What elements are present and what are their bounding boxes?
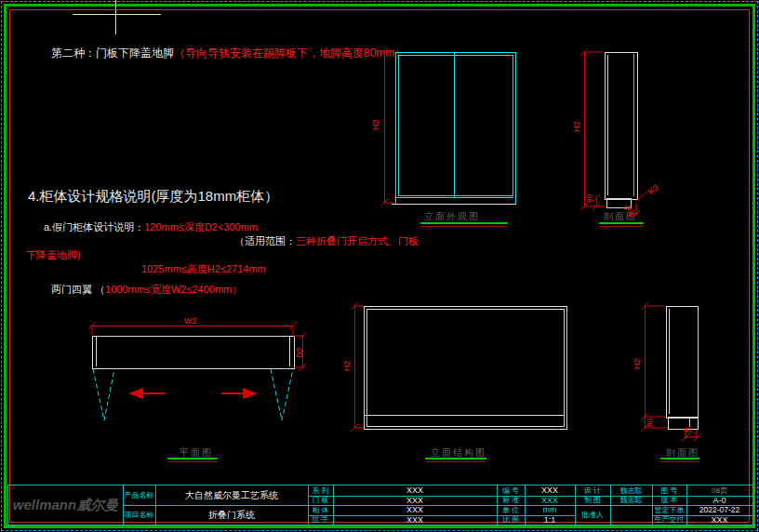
designer-value: 魏志聪 xyxy=(610,485,652,496)
height-range-note: 1025mm≤高度H2≤2714mm xyxy=(141,262,266,276)
company-logo: wellmann威尔曼 xyxy=(8,485,123,525)
front-view-h2-dimline xyxy=(384,52,385,203)
front-view-plinth-line xyxy=(396,197,513,198)
approver-label: 批准人 xyxy=(575,505,610,525)
scope-note-line2: 下降盖地脚) xyxy=(26,248,81,262)
revision-label: 版 本 xyxy=(652,496,686,506)
plan-w2-dimlabel: W2 xyxy=(184,316,197,326)
plan-d2-dimlabel: D2 xyxy=(295,347,304,358)
section-top-inner-line xyxy=(607,55,608,195)
section-title: 4.柜体设计规格说明(厚度为18mm柜体） xyxy=(28,188,278,206)
section-top-h2-dimlabel: H2 xyxy=(572,121,581,132)
plan-top-panel-outline xyxy=(92,336,295,369)
front-view-h2-dimlabel: H2 xyxy=(371,119,380,130)
plan-right-edge-line xyxy=(289,337,290,366)
sheet-number-value: 08页 xyxy=(686,485,752,496)
crosshair-cursor-vertical xyxy=(115,0,116,34)
order-date-label: 暂定下单 xyxy=(652,505,686,515)
section-bottom-inner-line xyxy=(669,309,670,414)
section-top-door-line xyxy=(633,54,634,196)
front-view-underline xyxy=(420,222,508,224)
elevation-inner-outline xyxy=(366,309,565,427)
elevation-view-underline xyxy=(425,458,486,459)
section-bottom-h2-dimline xyxy=(645,306,646,428)
designer-label: 设 计 xyxy=(575,485,610,496)
revision-value: A-0 xyxy=(686,496,752,506)
section-bottom-40-dimlabel: 40 xyxy=(684,426,692,434)
section-bottom-underline2 xyxy=(660,461,699,462)
handle-value: XXX xyxy=(333,515,497,525)
scope-note: （适用范围：三种折叠门开启方式、门板 xyxy=(234,234,419,248)
unit-label: 单 位 xyxy=(497,505,525,515)
order-date-value: 2022-07-22 xyxy=(686,505,752,515)
scope-label: （适用范围： xyxy=(234,235,296,246)
handle-label: 拉 手 xyxy=(308,515,333,525)
cabinet-body-value: XXX xyxy=(333,505,497,515)
approver-value xyxy=(610,505,652,525)
front-view-baseline xyxy=(392,204,516,205)
series-value: XXX xyxy=(333,485,497,496)
section-bottom-underline xyxy=(660,458,699,459)
section-top-h2-dimline xyxy=(584,52,585,206)
front-view-door-divider xyxy=(454,53,455,197)
unit-value: mm xyxy=(525,505,575,515)
delivery-value: XXX xyxy=(686,515,752,525)
product-name-label: 产品名称 xyxy=(123,485,155,505)
standard-label: 标 准 xyxy=(497,496,525,506)
section-top-80-dimline xyxy=(596,198,597,206)
section-top-label: 剖面图 xyxy=(604,210,637,223)
front-view-underline2 xyxy=(420,226,508,227)
note-a: a.假门柜体设计说明：120mm≤深度D2<300mm xyxy=(44,220,258,234)
scale-label: 比 例 xyxy=(497,515,525,525)
front-view-label: 立面外观图 xyxy=(424,210,480,223)
delivery-label: 生产交付 xyxy=(652,515,686,525)
project-name-value: 折叠门系统 xyxy=(155,505,308,525)
title-block: wellmann威尔曼 产品名称 大自然威尔曼工艺系统 项目名称 折叠门系统 系… xyxy=(7,485,753,525)
note-a-label: a.假门柜体设计说明： xyxy=(44,221,144,233)
door-panel-label: 门 板 xyxy=(308,496,333,506)
note-a-depth-range: 120mm≤深度D2<300mm xyxy=(144,221,258,233)
drafter-value: 魏志聪 xyxy=(610,496,652,506)
project-name-label: 项目名称 xyxy=(123,505,155,525)
cabinet-body-label: 柜 体 xyxy=(308,505,333,515)
section-top-80-dimlabel: 80 xyxy=(585,194,593,203)
doors-label: 两门四翼 （ xyxy=(51,284,105,295)
product-name-value: 大自然威尔曼工艺系统 xyxy=(155,485,308,505)
sheet-number-label: 图 号 xyxy=(652,485,686,496)
section-top-underline xyxy=(599,222,644,224)
note-foot-type-detail: （导向导轨安装在踢脚板下，地脚高度80mm） xyxy=(174,47,406,60)
section-bottom-80-dimlabel: 80 xyxy=(646,419,654,427)
doors-width-range: 1000mm≤宽度W2≤2400mm） xyxy=(105,284,242,295)
elevation-h2-dimlabel: H2 xyxy=(342,360,352,371)
doors-note: 两门四翼 （1000mm≤宽度W2≤2400mm） xyxy=(51,283,242,297)
drafter-label: 制 图 xyxy=(575,496,610,506)
door-panel-value: XXX xyxy=(333,496,497,506)
scale-value: 1:1 xyxy=(525,515,575,525)
elevation-view-underline2 xyxy=(425,461,486,462)
elevation-plinth-line xyxy=(365,415,565,416)
crosshair-cursor-horizontal xyxy=(73,14,161,15)
section-top-underline2 xyxy=(599,226,644,227)
red-frame-border xyxy=(9,9,750,523)
scope-value: 三种折叠门开启方式、门板 xyxy=(296,235,419,246)
note-foot-type-main: 第二种：门板下降盖地脚 xyxy=(51,47,174,60)
drawing-number-label: 编 号 xyxy=(497,485,525,496)
elevation-h2-dimline xyxy=(354,306,355,428)
standard-value: XXX xyxy=(525,496,575,506)
plan-view-underline xyxy=(167,458,218,459)
section-bottom-body-outline xyxy=(666,306,699,419)
plan-view-underline2 xyxy=(167,461,218,462)
cad-canvas[interactable]: { "annotations": { "note1_white": "第二种：门… xyxy=(0,0,759,532)
plan-w2-dimline xyxy=(92,326,293,326)
front-view-inner-outline xyxy=(398,55,513,196)
series-label: 系 列 xyxy=(308,485,333,496)
section-bottom-h2-dimlabel: H2 xyxy=(632,358,642,369)
plan-left-edge-line xyxy=(96,337,97,366)
drawing-number-value: XXX xyxy=(525,485,575,496)
note-foot-type: 第二种：门板下降盖地脚（导向导轨安装在踢脚板下，地脚高度80mm） xyxy=(51,46,406,61)
